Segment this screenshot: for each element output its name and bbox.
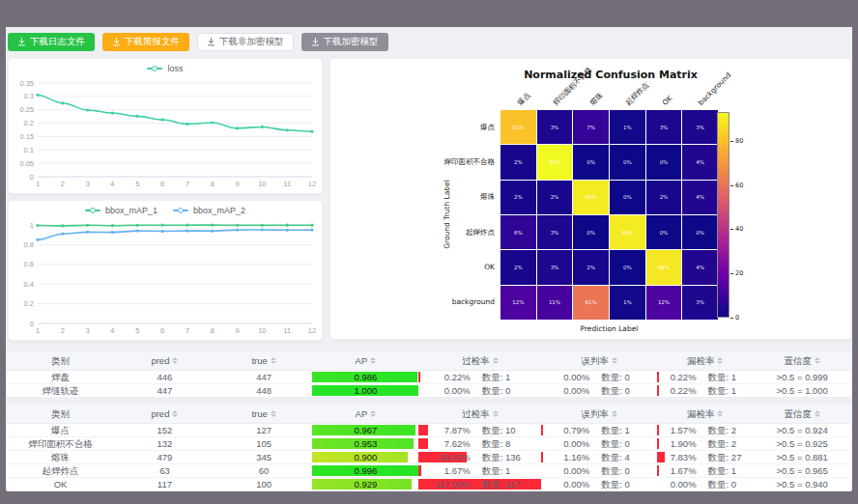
confusion-matrix-xlabel: Prediction Label <box>500 324 718 333</box>
svg-text:3: 3 <box>86 326 90 335</box>
rate-text: 7.83%数量: 27 <box>657 453 754 462</box>
col-header-label: true <box>251 356 267 366</box>
col-header-漏检率[interactable]: 漏检率 <box>657 351 754 370</box>
rate-count: 数量: 27 <box>697 453 754 462</box>
rate-percent: 1.67% <box>657 466 697 476</box>
download-icon <box>112 38 121 46</box>
download-icon <box>17 38 26 46</box>
cell-ap: 0.996 <box>312 464 418 477</box>
download-report-button[interactable]: 下载简报文件 <box>102 33 189 51</box>
svg-text:10: 10 <box>258 326 266 335</box>
legend-item-bbox_mAP_1[interactable]: bbox_mAP_1 <box>85 206 157 215</box>
colorbar-tick-label: 20 <box>735 269 743 277</box>
rate-percent: 7.62% <box>418 439 470 449</box>
svg-text:12: 12 <box>308 180 316 188</box>
table-header-row: 类别predtrueAP过检率误判率漏检率置信度 <box>7 351 851 371</box>
rate-count: 数量: 1 <box>697 373 754 382</box>
col-header-过检率[interactable]: 过检率 <box>418 351 541 370</box>
matrix-cell: 6% <box>500 215 536 249</box>
legend-label: loss <box>167 64 183 73</box>
matrix-col-label: OK <box>660 94 673 107</box>
matrix-cell: 0% <box>610 145 645 179</box>
button-label: 下载简报文件 <box>125 36 180 48</box>
rate-count: 数量: 1 <box>471 373 542 382</box>
svg-text:6: 6 <box>160 180 164 188</box>
rate-percent: 1.16% <box>541 453 589 462</box>
cell-true: 448 <box>215 384 313 397</box>
rate-count: 数量: 0 <box>589 373 657 382</box>
col-header-过检率[interactable]: 过检率 <box>418 405 541 423</box>
table-row: 焊盘4464470.9860.22%数量: 10.00%数量: 00.22%数量… <box>7 371 851 384</box>
legend-item-loss[interactable]: loss <box>147 64 183 73</box>
matrix-row-label: background <box>330 297 495 307</box>
rate-text: 1.67%数量: 1 <box>657 466 754 476</box>
svg-text:9: 9 <box>235 180 239 188</box>
cell-true: 447 <box>215 371 313 383</box>
colorbar-tick-label: 40 <box>735 225 743 233</box>
cell-ap: 0.929 <box>312 478 418 490</box>
cell-pred: 152 <box>114 424 215 436</box>
legend-circle <box>90 208 96 213</box>
cell-true: 127 <box>215 424 313 436</box>
cell-confidence: >0.5 = 0.924 <box>754 424 851 436</box>
svg-text:8: 8 <box>211 326 214 335</box>
ap-value: 0.996 <box>355 466 378 476</box>
svg-text:4: 4 <box>110 180 114 188</box>
col-header-误判率[interactable]: 误判率 <box>541 351 657 370</box>
rate-count: 数量: 0 <box>589 480 657 490</box>
legend-item-bbox_mAP_2[interactable]: bbox_mAP_2 <box>173 206 245 215</box>
map-chart-card: bbox_mAP_1bbox_mAP_2 00.20.40.60.8112345… <box>8 200 323 341</box>
rate-count: 数量: 1 <box>471 466 542 476</box>
svg-text:10: 10 <box>258 180 266 188</box>
cell-pred: 117 <box>114 478 215 490</box>
col-header-AP[interactable]: AP <box>312 405 418 423</box>
confusion-matrix-card: Normalized Confusion Matrix 81%3%7%1%3%3… <box>329 58 851 340</box>
cell-category: 焊盘 <box>7 371 114 383</box>
cell-misjudge-rate: 0.00%数量: 0 <box>541 384 657 397</box>
loss-chart-legend: loss <box>9 59 322 78</box>
col-header-true[interactable]: true <box>215 405 313 423</box>
matrix-cell: 12% <box>500 286 536 320</box>
rate-count: 数量: 4 <box>589 453 657 462</box>
download-encrypted-model-button[interactable]: 下载加密模型 <box>301 33 388 51</box>
matrix-cell: 3% <box>682 110 718 144</box>
matrix-cell: 2% <box>500 181 536 214</box>
results-table-1: 类别predtrueAP过检率误判率漏检率置信度焊盘4464470.9860.2… <box>6 350 852 398</box>
rate-count: 数量: 117 <box>471 480 542 490</box>
matrix-row-label: 熔珠 <box>330 192 495 202</box>
cell-category: OK <box>7 478 114 490</box>
cell-overdetect-rate: 39.42%数量: 136 <box>418 451 541 463</box>
cell-pred: 447 <box>114 384 215 397</box>
col-header-置信度[interactable]: 置信度 <box>754 405 851 423</box>
colorbar-tick <box>730 185 733 186</box>
download-log-button[interactable]: 下载日志文件 <box>8 33 95 51</box>
cell-category: 焊印面积不合格 <box>7 437 114 450</box>
col-header-pred[interactable]: pred <box>114 405 215 423</box>
cell-miss-rate: 1.90%数量: 2 <box>657 437 754 450</box>
cell-category: 起焊炸点 <box>7 464 114 477</box>
rate-count: 数量: 0 <box>589 439 657 449</box>
matrix-cell: 2% <box>646 181 682 214</box>
svg-text:1: 1 <box>36 180 40 188</box>
svg-text:0.05: 0.05 <box>19 159 34 168</box>
table-row: 熔珠4793450.90039.42%数量: 1361.16%数量: 47.83… <box>7 451 851 464</box>
rate-percent: 0.00% <box>541 386 589 396</box>
rate-count: 数量: 2 <box>697 439 754 449</box>
matrix-row-label: 焊印面积不合格 <box>330 157 495 167</box>
matrix-cell: 3% <box>537 215 573 249</box>
download-plain-model-button[interactable]: 下载非加密模型 <box>197 33 294 51</box>
col-header-true[interactable]: true <box>215 351 313 370</box>
svg-text:0.4: 0.4 <box>24 280 34 289</box>
col-header-label: AP <box>356 409 368 419</box>
matrix-cell: 2% <box>500 250 536 284</box>
col-header-漏检率[interactable]: 漏检率 <box>657 405 754 423</box>
col-header-AP[interactable]: AP <box>312 351 418 370</box>
matrix-cell: 2% <box>537 181 573 214</box>
col-header-置信度[interactable]: 置信度 <box>754 351 851 370</box>
matrix-row-label: 爆点 <box>330 123 495 132</box>
col-header-pred[interactable]: pred <box>114 351 215 370</box>
col-header-label: 误判率 <box>581 409 609 419</box>
rate-text: 0.22%数量: 1 <box>418 373 541 382</box>
svg-text:0.25: 0.25 <box>19 105 34 114</box>
col-header-误判率[interactable]: 误判率 <box>541 405 657 423</box>
